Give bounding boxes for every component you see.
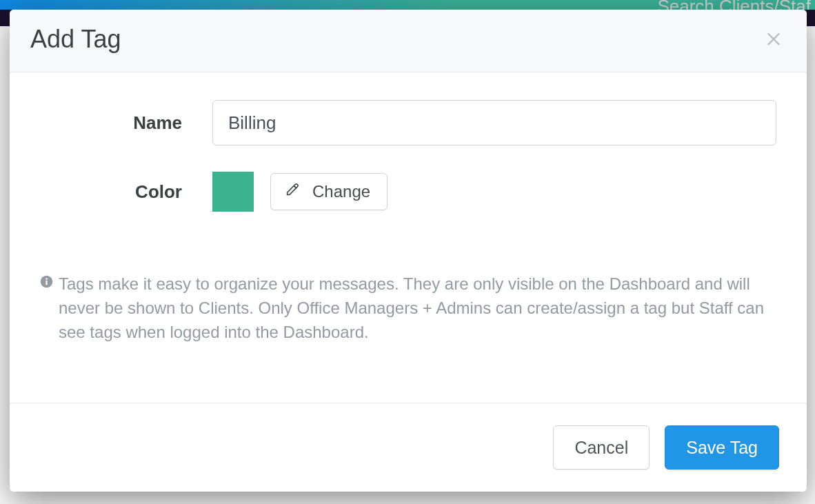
change-color-button[interactable]: Change [270, 173, 388, 210]
change-color-label: Change [312, 182, 370, 201]
info-icon [40, 275, 53, 288]
name-control [212, 100, 776, 145]
edit-icon [285, 182, 300, 201]
modal-header: Add Tag [10, 10, 807, 72]
save-tag-button[interactable]: Save Tag [665, 425, 779, 470]
color-control: Change [212, 172, 776, 212]
modal-title: Add Tag [30, 25, 121, 54]
add-tag-modal: Add Tag Name Color [10, 10, 807, 492]
info-block: Tags make it easy to organize your messa… [40, 272, 776, 344]
color-label: Color [40, 181, 212, 203]
svg-rect-1 [46, 281, 47, 285]
name-label: Name [40, 112, 212, 134]
svg-point-2 [46, 278, 48, 280]
name-row: Name [40, 100, 776, 145]
modal-body: Name Color Change [10, 72, 807, 403]
close-button[interactable] [761, 27, 786, 52]
info-text: Tags make it easy to organize your messa… [59, 272, 776, 344]
tag-name-input[interactable] [212, 100, 776, 145]
modal-footer: Cancel Save Tag [10, 403, 807, 492]
color-row: Color Change [40, 172, 776, 212]
color-swatch[interactable] [212, 172, 254, 212]
close-icon [764, 28, 783, 50]
cancel-button[interactable]: Cancel [553, 425, 650, 470]
